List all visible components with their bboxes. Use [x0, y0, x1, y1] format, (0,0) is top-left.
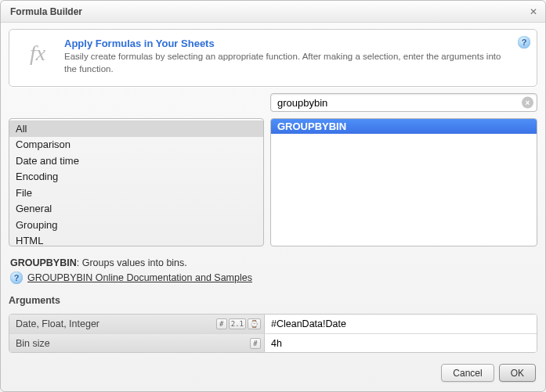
category-item[interactable]: General [9, 201, 263, 218]
argument-row: Bin size# [9, 333, 537, 352]
info-panel: ? fx Apply Formulas in Your Sheets Easil… [9, 29, 537, 87]
info-heading: Apply Formulas in Your Sheets [64, 38, 503, 49]
argument-type-chips: # [250, 338, 261, 349]
argument-label-text: Date, Float, Integer [16, 318, 99, 329]
doc-link-row: ? GROUPBYBIN Online Documentation and Sa… [10, 272, 536, 284]
fx-icon: fx [19, 38, 56, 69]
arguments-table: Date, Float, Integer#2.1⌚Bin size# [9, 314, 537, 353]
lists-row: AllComparisonDate and timeEncodingFileGe… [9, 118, 537, 246]
search-row: × [9, 93, 537, 112]
clear-search-icon[interactable]: × [522, 97, 533, 109]
arguments-label: Arguments [9, 293, 537, 307]
close-icon[interactable]: ✕ [526, 5, 541, 19]
category-listbox[interactable]: AllComparisonDate and timeEncodingFileGe… [9, 118, 264, 246]
argument-label: Date, Float, Integer#2.1⌚ [9, 315, 265, 333]
help-icon[interactable]: ? [10, 272, 23, 284]
function-scroll[interactable]: GROUPBYBIN [271, 119, 537, 134]
cancel-button[interactable]: Cancel [441, 364, 494, 382]
dialog-content: ? fx Apply Formulas in Your Sheets Easil… [1, 23, 545, 391]
type-chip: # [216, 318, 227, 329]
category-item[interactable]: Encoding [9, 169, 263, 185]
argument-row: Date, Float, Integer#2.1⌚ [9, 315, 537, 333]
category-item[interactable]: Date and time [9, 153, 263, 169]
function-item[interactable]: GROUPBYBIN [271, 119, 537, 134]
function-name: GROUPBYBIN [10, 257, 77, 268]
argument-input[interactable] [265, 315, 537, 333]
description-sep: : [77, 257, 82, 268]
category-item[interactable]: All [9, 120, 263, 137]
category-item[interactable]: File [9, 185, 263, 201]
help-icon[interactable]: ? [518, 36, 530, 49]
category-item[interactable]: HTML [9, 233, 263, 246]
dialog-title: Formula Builder [10, 6, 82, 17]
search-wrap: × [270, 93, 537, 112]
type-chip: ⌚ [248, 318, 261, 329]
search-input[interactable] [270, 93, 537, 112]
info-text: Apply Formulas in Your Sheets Easily cre… [64, 38, 503, 75]
formula-builder-dialog: Formula Builder ✕ ? fx Apply Formulas in… [0, 0, 546, 392]
description-box: GROUPBYBIN: Groups values into bins. ? G… [9, 253, 537, 287]
category-item[interactable]: Comparison [9, 137, 263, 153]
category-scroll[interactable]: AllComparisonDate and timeEncodingFileGe… [9, 119, 263, 246]
ok-button[interactable]: OK [499, 364, 536, 382]
documentation-link[interactable]: GROUPBYBIN Online Documentation and Samp… [27, 272, 252, 283]
argument-type-chips: #2.1⌚ [216, 318, 261, 329]
category-item[interactable]: Grouping [9, 217, 263, 233]
button-row: Cancel OK [9, 359, 537, 382]
argument-label: Bin size# [9, 334, 265, 352]
function-listbox[interactable]: GROUPBYBIN [270, 118, 537, 246]
argument-label-text: Bin size [16, 338, 50, 349]
info-body: Easily create formulas by selecting an a… [64, 51, 503, 75]
titlebar: Formula Builder ✕ [1, 1, 545, 23]
type-chip: # [250, 338, 261, 349]
argument-input[interactable] [265, 334, 537, 352]
description-text: Groups values into bins. [82, 257, 187, 268]
description-line: GROUPBYBIN: Groups values into bins. [10, 257, 536, 268]
type-chip: 2.1 [229, 318, 246, 329]
